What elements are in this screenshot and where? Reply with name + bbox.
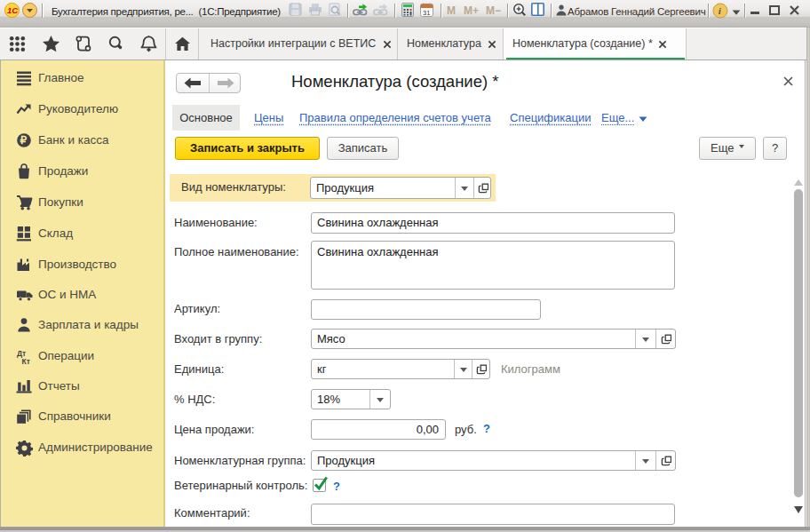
svg-text:₽: ₽ <box>20 134 28 147</box>
svg-text:31: 31 <box>423 9 430 17</box>
svg-text:Кт: Кт <box>22 356 30 365</box>
svg-text:1С: 1С <box>7 5 18 15</box>
